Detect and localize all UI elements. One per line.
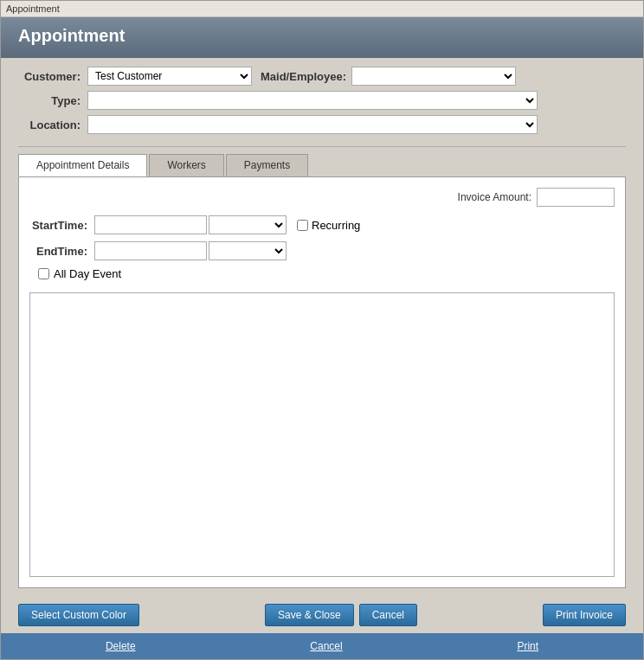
- select-custom-color-button[interactable]: Select Custom Color: [18, 604, 139, 626]
- customer-row: Customer: Test Customer Maid/Employee:: [18, 67, 626, 86]
- end-time-label: EndTime:: [29, 245, 94, 258]
- invoice-amount-label: Invoice Amount:: [458, 191, 531, 203]
- window: Appointment Appointment Customer: Test C…: [0, 0, 644, 660]
- recurring-label: Recurring: [312, 219, 360, 232]
- all-day-label: All Day Event: [54, 267, 121, 280]
- type-label: Type:: [18, 94, 87, 107]
- window-body: Appointment Customer: Test Customer Maid…: [1, 17, 643, 659]
- location-row: Location:: [18, 115, 626, 134]
- maid-employee-select[interactable]: [351, 67, 516, 86]
- center-buttons: Save & Close Cancel: [265, 604, 417, 626]
- invoice-amount-row: Invoice Amount:: [29, 188, 615, 207]
- all-day-row: All Day Event: [38, 267, 615, 280]
- print-invoice-button[interactable]: Print Invoice: [543, 604, 626, 626]
- bottom-cancel-button[interactable]: Cancel: [310, 640, 342, 652]
- invoice-amount-input[interactable]: [537, 188, 615, 207]
- window-titlebar: Appointment: [1, 1, 643, 17]
- bottom-delete-button[interactable]: Delete: [106, 640, 136, 652]
- customer-label: Customer:: [18, 70, 87, 83]
- window-title-text: Appointment: [6, 3, 60, 14]
- maid-label: Maid/Employee:: [261, 70, 346, 83]
- end-time-select[interactable]: [209, 241, 287, 260]
- dialog-title: Appointment: [18, 26, 626, 46]
- cancel-button[interactable]: Cancel: [359, 604, 417, 626]
- tabs-container: Appointment Details Workers Payments Inv…: [18, 154, 626, 588]
- type-row: Type:: [18, 91, 626, 110]
- start-time-select[interactable]: [209, 215, 287, 234]
- recurring-checkbox[interactable]: [297, 220, 308, 231]
- recurring-check-group: Recurring: [297, 219, 360, 232]
- start-time-label: StartTime:: [29, 219, 94, 232]
- bottom-print-button[interactable]: Print: [517, 640, 538, 652]
- location-label: Location:: [18, 119, 87, 131]
- end-time-row: EndTime:: [29, 241, 615, 260]
- separator: [18, 146, 626, 147]
- tab-content-appointment-details: Invoice Amount: StartTime: Recurring: [18, 176, 626, 588]
- start-time-input[interactable]: [94, 215, 207, 234]
- type-select[interactable]: [87, 91, 538, 110]
- all-day-checkbox[interactable]: [38, 268, 49, 279]
- bottom-bar: Delete Cancel Print: [1, 633, 643, 659]
- dialog-header: Appointment: [1, 17, 643, 58]
- location-select[interactable]: [87, 115, 538, 134]
- dialog-content: Customer: Test Customer Maid/Employee: T…: [1, 58, 643, 597]
- notes-textarea[interactable]: [29, 292, 615, 577]
- tab-payments[interactable]: Payments: [226, 154, 308, 176]
- customer-select[interactable]: Test Customer: [87, 67, 252, 86]
- tab-appointment-details[interactable]: Appointment Details: [18, 154, 147, 176]
- tab-bar: Appointment Details Workers Payments: [18, 154, 626, 176]
- end-time-input[interactable]: [94, 241, 207, 260]
- tab-workers[interactable]: Workers: [149, 154, 223, 176]
- start-time-row: StartTime: Recurring: [29, 215, 615, 234]
- button-bar: Select Custom Color Save & Close Cancel …: [1, 597, 643, 633]
- save-close-button[interactable]: Save & Close: [265, 604, 354, 626]
- customer-field-group: Test Customer Maid/Employee:: [87, 67, 626, 86]
